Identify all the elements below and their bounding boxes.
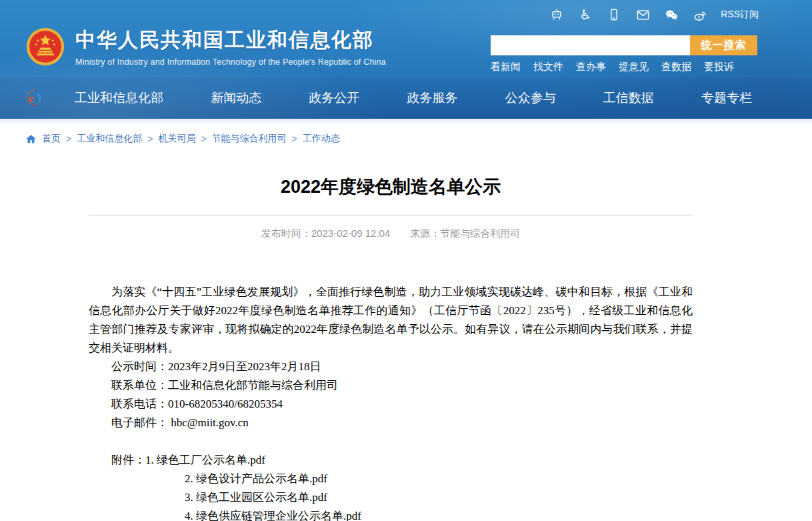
site-title: 中华人民共和国工业和信息化部 bbox=[75, 27, 386, 54]
attachment-link[interactable]: 3. 绿色工业园区公示名单.pdf bbox=[89, 488, 693, 507]
attachment-list: 2. 绿色设计产品公示名单.pdf3. 绿色工业园区公示名单.pdf4. 绿色供… bbox=[89, 470, 693, 521]
quick-link[interactable]: 提意见 bbox=[619, 61, 649, 73]
publish-time: 2023-02-09 12:04 bbox=[311, 227, 390, 239]
nav-item[interactable]: 公众参与 bbox=[505, 89, 556, 107]
quick-link[interactable]: 查数据 bbox=[661, 61, 691, 73]
search-area: 统一搜索 看新闻找文件查办事提意见查数据要投诉 bbox=[491, 35, 757, 73]
attachment-link[interactable]: 1. 绿色工厂公示名单.pdf bbox=[145, 454, 265, 466]
accessibility-icon[interactable]: ♿ bbox=[577, 7, 593, 23]
publish-time-label: 发布时间： bbox=[261, 227, 311, 239]
nav-item[interactable]: 工信数据 bbox=[603, 89, 654, 107]
breadcrumb-separator: > bbox=[66, 133, 71, 144]
attachment-link[interactable]: 4. 绿色供应链管理企业公示名单.pdf bbox=[89, 507, 693, 521]
svg-text:e: e bbox=[29, 92, 34, 105]
breadcrumb-separator: > bbox=[147, 133, 153, 144]
breadcrumb-separator: > bbox=[201, 133, 206, 144]
info-line: 电子邮件： hbc@miit.gov.cn bbox=[89, 414, 693, 432]
mail-icon[interactable] bbox=[635, 7, 651, 23]
breadcrumb-link[interactable]: 机关司局 bbox=[158, 133, 195, 145]
info-line: 联系单位：工业和信息化部节能与综合利用司 bbox=[89, 376, 693, 395]
header-utility-icons: ♿ bbox=[549, 5, 759, 24]
national-emblem-icon bbox=[25, 27, 65, 67]
mobile-icon[interactable] bbox=[606, 7, 622, 23]
breadcrumb-trail: 首页 > 工业和信息化部 > 机关司局 > 节能与综合利用司 > 工作动态 bbox=[42, 133, 340, 145]
breadcrumb-separator: > bbox=[292, 133, 297, 144]
breadcrumb-link[interactable]: 节能与综合利用司 bbox=[212, 133, 287, 145]
breadcrumb: 首页 > 工业和信息化部 > 机关司局 > 节能与综合利用司 > 工作动态 bbox=[0, 125, 812, 145]
weibo-icon[interactable] bbox=[692, 7, 708, 23]
source-value: 节能与综合利用司 bbox=[440, 227, 520, 239]
assistant-robot-icon[interactable] bbox=[549, 7, 565, 23]
site-logo[interactable]: 中华人民共和国工业和信息化部 Ministry of Industry and … bbox=[25, 27, 386, 67]
article-info-lines: 公示时间：2023年2月9日至2023年2月18日联系单位：工业和信息化部节能与… bbox=[89, 358, 693, 432]
header-shadow bbox=[0, 119, 812, 125]
nav-item[interactable]: 工业和信息化部 bbox=[75, 89, 163, 107]
breadcrumb-link[interactable]: 工业和信息化部 bbox=[77, 133, 142, 145]
breadcrumb-link[interactable]: 首页 bbox=[42, 133, 61, 145]
article-body: 为落实《“十四五”工业绿色发展规划》，全面推行绿色制造，助力工业领域实现碳达峰、… bbox=[89, 283, 693, 521]
attachment-link[interactable]: 2. 绿色设计产品公示名单.pdf bbox=[89, 470, 693, 488]
site-header: ♿ bbox=[0, 0, 812, 119]
article-paragraph: 为落实《“十四五”工业绿色发展规划》，全面推行绿色制造，助力工业领域实现碳达峰、… bbox=[89, 283, 693, 358]
main-nav: e 工业和信息化部新闻动态政务公开政务服务公众参与工信数据专题专栏 bbox=[0, 77, 812, 119]
article-meta: 发布时间：2023-02-09 12:04来源：节能与综合利用司 bbox=[89, 227, 693, 240]
attachments: 附件：1. 绿色工厂公示名单.pdf 2. 绿色设计产品公示名单.pdf3. 绿… bbox=[89, 451, 693, 521]
nav-item[interactable]: 政务服务 bbox=[407, 89, 457, 107]
article-title: 2022年度绿色制造名单公示 bbox=[89, 175, 693, 199]
quick-link[interactable]: 要投诉 bbox=[704, 61, 734, 73]
site-subtitle: Ministry of Industry and Information Tec… bbox=[75, 57, 386, 67]
home-icon[interactable] bbox=[25, 133, 37, 145]
article: 2022年度绿色制造名单公示 发布时间：2023-02-09 12:04来源：节… bbox=[89, 175, 693, 521]
quick-link[interactable]: 看新闻 bbox=[491, 61, 521, 73]
search-button[interactable]: 统一搜索 bbox=[690, 35, 757, 55]
nav-item[interactable]: 新闻动态 bbox=[211, 89, 261, 107]
nav-menu: 工业和信息化部新闻动态政务公开政务服务公众参与工信数据专题专栏 bbox=[75, 89, 752, 107]
title-divider bbox=[89, 215, 693, 215]
source-label: 来源： bbox=[410, 227, 440, 239]
quick-link[interactable]: 找文件 bbox=[533, 61, 563, 73]
nav-item[interactable]: 专题专栏 bbox=[701, 89, 752, 107]
info-line: 公示时间：2023年2月9日至2023年2月18日 bbox=[89, 358, 693, 376]
rss-subscribe-link[interactable]: RSS订阅 bbox=[721, 9, 759, 21]
quick-link[interactable]: 查办事 bbox=[576, 61, 606, 73]
breadcrumb-link[interactable]: 工作动态 bbox=[303, 133, 340, 145]
miit-e-logo-icon[interactable]: e bbox=[25, 88, 43, 108]
info-line: 联系电话：010-68205340/68205354 bbox=[89, 395, 693, 414]
site-title-block: 中华人民共和国工业和信息化部 Ministry of Industry and … bbox=[75, 27, 386, 67]
search-input[interactable] bbox=[491, 35, 690, 55]
search-bar: 统一搜索 bbox=[491, 35, 757, 55]
attachments-label: 附件： bbox=[111, 454, 145, 466]
attachment-first-line: 附件：1. 绿色工厂公示名单.pdf bbox=[89, 451, 693, 470]
wechat-icon[interactable] bbox=[663, 7, 679, 23]
quick-links: 看新闻找文件查办事提意见查数据要投诉 bbox=[491, 61, 757, 73]
nav-item[interactable]: 政务公开 bbox=[309, 89, 359, 107]
